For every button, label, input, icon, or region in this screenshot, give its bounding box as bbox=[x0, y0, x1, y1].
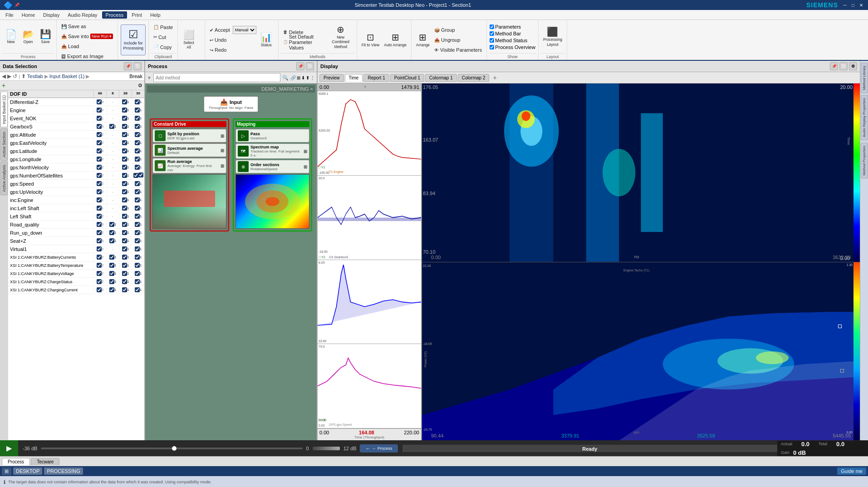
up-btn[interactable]: ⬆ bbox=[21, 73, 26, 79]
down-icon[interactable]: ⬇ bbox=[301, 75, 305, 80]
parameters-check[interactable]: Parameters bbox=[490, 24, 535, 30]
slider-thumb[interactable] bbox=[172, 446, 177, 451]
settings-display[interactable]: ⚙ bbox=[849, 62, 857, 70]
pin-process[interactable]: 📌 bbox=[296, 62, 304, 70]
new-combined-button[interactable]: ⊕ New Combined Method bbox=[328, 24, 354, 50]
save-into-button[interactable]: 📥 Save into New Run ▾ bbox=[59, 32, 115, 41]
accept-button[interactable]: ✔ Accept bbox=[208, 25, 232, 34]
desktop-btn[interactable]: DESKTOP bbox=[13, 467, 42, 475]
status-button[interactable]: 📊 Status bbox=[257, 27, 275, 53]
node-spectrum-average[interactable]: 📊 Spectrum average Default: ⊞ bbox=[152, 143, 226, 157]
tab-report1[interactable]: Report 1 bbox=[363, 74, 389, 82]
bc-input-basket[interactable]: Input Basket (1) bbox=[49, 74, 85, 79]
node-settings[interactable]: ⊞ bbox=[221, 133, 224, 138]
ungroup-button[interactable]: 📤 Ungroup bbox=[432, 35, 484, 44]
add-method-input[interactable] bbox=[153, 73, 280, 82]
ml-tab-audio-replay[interactable]: Audio Replay Properties bbox=[861, 95, 868, 140]
manual-dropdown[interactable]: Manual bbox=[233, 26, 256, 34]
tab-time[interactable]: Time bbox=[345, 74, 363, 82]
load-button[interactable]: 📤 Load bbox=[59, 42, 115, 51]
display-panel-tools[interactable]: 📌 ⬜ ⚙ bbox=[830, 62, 857, 70]
cut-button[interactable]: ✂ Cut bbox=[152, 33, 175, 42]
vtab-input-basket[interactable]: Input Basket (1) bbox=[0, 92, 8, 128]
up-icon[interactable]: ⬆ bbox=[306, 75, 309, 80]
menu-file[interactable]: File bbox=[2, 11, 17, 19]
node-spectrum-map[interactable]: 🗺 Spectrum map Tracked on time: Full seg… bbox=[235, 143, 309, 159]
tab-colormap1[interactable]: Colormap 1 bbox=[425, 74, 457, 82]
include-processing-button[interactable]: ☑ Include forProcessing bbox=[121, 25, 146, 55]
processing-btn[interactable]: PROCESSING bbox=[44, 467, 83, 475]
menu-print[interactable]: Print bbox=[128, 11, 146, 19]
tab-pointcloud1[interactable]: PointCloud 1 bbox=[390, 74, 424, 82]
search-icon[interactable]: 🔍 bbox=[282, 75, 289, 81]
tab-preview[interactable]: Preview bbox=[319, 74, 344, 82]
process-panel-tools[interactable]: 📌 ⬜ bbox=[296, 62, 314, 70]
maximize-tool[interactable]: ⬜ bbox=[133, 62, 142, 70]
copy-button[interactable]: 📄 Copy bbox=[152, 43, 175, 52]
node-run-average[interactable]: 📈 Run average Average: Energy: From firs… bbox=[152, 158, 226, 173]
ml-tab-method-props[interactable]: Method Properties bbox=[861, 143, 868, 178]
redo-button[interactable]: ↪ Redo bbox=[208, 45, 256, 54]
input-node[interactable]: 📥 Input Throughput: No align: False bbox=[204, 96, 258, 112]
new-button[interactable]: 📄 New bbox=[3, 24, 19, 50]
method-status-check[interactable]: Method Status bbox=[490, 38, 535, 43]
undo-button[interactable]: ↩ Undo bbox=[208, 35, 256, 44]
bc-testlab[interactable]: Testlab bbox=[27, 74, 43, 79]
back-btn[interactable]: ◀ bbox=[2, 73, 6, 79]
node-settings2[interactable]: ⊞ bbox=[221, 148, 224, 153]
menu-help[interactable]: Help bbox=[147, 11, 164, 19]
panel-tools[interactable]: 📌 ⬜ bbox=[124, 62, 142, 70]
process-tab-button[interactable]: ← ← Process bbox=[360, 444, 397, 453]
window-controls[interactable]: ─ □ ✕ bbox=[842, 2, 864, 8]
menu-home[interactable]: Home bbox=[18, 11, 39, 19]
node-settings3[interactable]: ⊞ bbox=[221, 163, 224, 168]
export-image-button[interactable]: 🖼 Export as Image bbox=[59, 52, 115, 61]
save-button[interactable]: 💾 Save bbox=[37, 24, 54, 50]
add-btn[interactable]: + bbox=[2, 82, 5, 89]
tab-process[interactable]: Process bbox=[2, 458, 30, 465]
node-order-sections[interactable]: ⊕ Order sections RotationalSpeed ⊞ bbox=[235, 160, 309, 173]
node-settings4[interactable]: ⊞ bbox=[304, 149, 307, 154]
select-all-button[interactable]: ⬜ SelectAll bbox=[181, 27, 197, 53]
max-process[interactable]: ⬜ bbox=[306, 62, 314, 70]
arrange-button[interactable]: ⊞ Arrange bbox=[414, 27, 432, 53]
close-btn[interactable]: ✕ bbox=[858, 2, 864, 8]
menu-display[interactable]: Display bbox=[39, 11, 63, 19]
grid-icon[interactable]: ⊞ bbox=[297, 75, 300, 80]
node-split-by-position[interactable]: ⬡ Split by position DOF ID:gps:Last ⊞ bbox=[152, 129, 226, 143]
ml-tab-library[interactable]: Method Library bbox=[861, 63, 868, 93]
connect-icon[interactable]: 🔗 bbox=[290, 75, 296, 80]
node-pass[interactable]: ▷ Pass GearboxS bbox=[235, 129, 309, 143]
tab-tecware[interactable]: Tecware bbox=[31, 458, 59, 465]
save-as-button[interactable]: 💾 Save as bbox=[59, 22, 115, 31]
vtab-active-section[interactable]: Active Section bbox=[0, 128, 8, 161]
play-button[interactable]: ▶ bbox=[0, 440, 18, 456]
method-bar-check[interactable]: Method Bar bbox=[490, 31, 535, 36]
refresh-btn[interactable]: ↺ bbox=[13, 73, 17, 79]
col-dof-id[interactable]: DOF ID bbox=[8, 90, 93, 98]
window-controls[interactable]: 📌 bbox=[15, 3, 20, 7]
pin-tool[interactable]: 📌 bbox=[124, 62, 132, 70]
pin-display[interactable]: 📌 bbox=[830, 62, 838, 70]
more-icon[interactable]: ⋮ bbox=[310, 75, 315, 80]
minimize-btn[interactable]: ─ bbox=[842, 2, 848, 8]
add-tab[interactable]: + bbox=[490, 73, 499, 82]
vtab-active-analysis[interactable]: Active Analysis bbox=[0, 162, 8, 195]
group-button[interactable]: 📦 Group bbox=[432, 25, 484, 34]
menu-audio-replay[interactable]: Audio Replay bbox=[64, 11, 101, 19]
node-settings5[interactable]: ⊞ bbox=[304, 164, 307, 169]
volume-slider[interactable] bbox=[41, 448, 302, 449]
processing-layout-button[interactable]: ⬛ ProcessingLayout bbox=[541, 24, 564, 50]
fit-view-button[interactable]: ⊡ Fit to View bbox=[360, 27, 382, 53]
tab-colormap2[interactable]: Colormap 2 bbox=[458, 74, 490, 82]
max-display[interactable]: ⬜ bbox=[839, 62, 848, 70]
menu-process[interactable]: Process bbox=[102, 11, 128, 19]
maximize-btn[interactable]: □ bbox=[850, 2, 856, 8]
break-btn[interactable]: Break bbox=[129, 74, 142, 79]
start-button[interactable]: ⊞ bbox=[2, 467, 11, 475]
set-default-button[interactable]: 📋 Set Default Parameter Values bbox=[281, 38, 327, 47]
open-button[interactable]: 📂 Open bbox=[20, 24, 36, 50]
paste-button[interactable]: 📋 Paste bbox=[152, 23, 175, 32]
forward-btn[interactable]: ▶ bbox=[7, 73, 11, 79]
auto-arrange-button[interactable]: ⊞ Auto Arrange bbox=[382, 27, 408, 53]
